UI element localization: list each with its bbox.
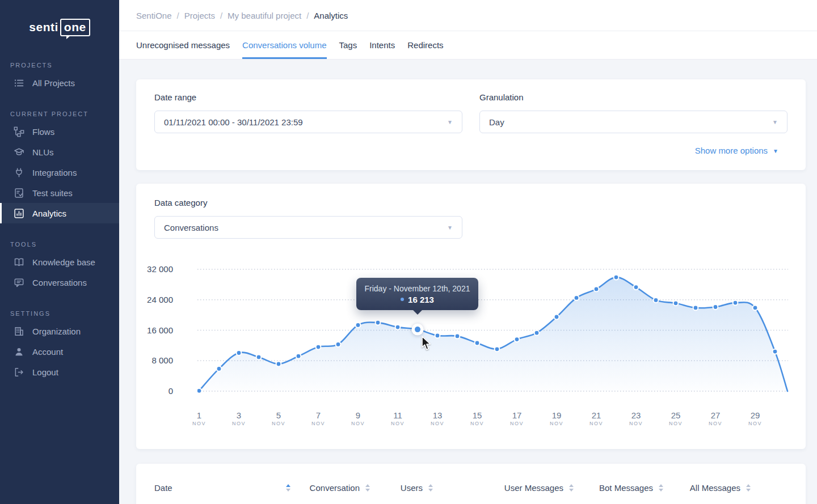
data-point xyxy=(376,320,381,325)
logo-speech-tail xyxy=(66,35,71,39)
table-card: DateConversationUsersUser MessagesBot Me… xyxy=(136,464,806,504)
data-point xyxy=(534,331,540,336)
integrations-icon xyxy=(14,167,24,178)
sidebar-item-label: Conversations xyxy=(32,278,87,287)
sidebar-item-conversations[interactable]: Conversations xyxy=(0,272,119,293)
data-point xyxy=(594,287,599,292)
tick-month: NOV xyxy=(696,421,735,426)
data-point xyxy=(475,341,480,346)
data-point xyxy=(515,337,520,342)
test-suites-icon xyxy=(14,188,24,198)
sidebar-item-flows[interactable]: Flows xyxy=(0,121,119,142)
tab-tags[interactable]: Tags xyxy=(339,31,357,59)
tick-month: NOV xyxy=(537,421,576,426)
data-point xyxy=(554,315,559,320)
show-more-options-link[interactable]: Show more options ▼ xyxy=(695,146,778,155)
data-point xyxy=(495,346,500,351)
breadcrumb-item-projects[interactable]: Projects xyxy=(184,11,215,20)
data-point xyxy=(217,366,222,371)
sidebar-section-settings: SETTINGSOrganizationAccountLogout xyxy=(0,306,119,382)
column-header-date[interactable]: Date xyxy=(154,483,290,493)
sort-icon[interactable] xyxy=(746,484,751,492)
date-range-label: Date range xyxy=(154,92,196,102)
sidebar-item-label: Logout xyxy=(32,367,58,377)
tick-month: NOV xyxy=(219,421,259,426)
sidebar-item-test-suites[interactable]: Test suites xyxy=(0,183,119,203)
column-header-all-messages[interactable]: All Messages xyxy=(663,483,751,493)
data-point xyxy=(336,342,341,347)
tick-month: NOV xyxy=(378,421,418,426)
sidebar: sentione PROJECTSAll ProjectsCURRENT PRO… xyxy=(0,0,119,504)
x-axis-tick-label: 9NOV xyxy=(338,410,378,426)
column-header-user-messages[interactable]: User Messages xyxy=(433,483,574,493)
x-axis-tick-label: 23NOV xyxy=(616,410,656,426)
breadcrumb-item-my-beautiful-project[interactable]: My beautiful project xyxy=(228,11,301,20)
sidebar-section-tools: TOOLSKnowledge baseConversations xyxy=(0,237,119,293)
chevron-down-icon: ▼ xyxy=(773,147,778,154)
sidebar-item-knowledge-base[interactable]: Knowledge base xyxy=(0,252,119,272)
tick-day: 3 xyxy=(219,410,259,420)
data-point xyxy=(276,362,281,367)
sidebar-item-label: Test suites xyxy=(32,188,73,198)
tick-month: NOV xyxy=(576,421,616,426)
breadcrumb-item-sentione[interactable]: SentiOne xyxy=(136,11,172,20)
tab-intents[interactable]: Intents xyxy=(369,31,395,59)
sort-icon[interactable] xyxy=(365,484,370,492)
x-axis-tick-label: 25NOV xyxy=(656,410,696,426)
y-axis-tick-label: 24 000 xyxy=(136,295,173,304)
tick-month: NOV xyxy=(338,421,378,426)
tabs: Unrecognised messagesConversations volum… xyxy=(136,31,456,59)
sort-icon[interactable] xyxy=(659,484,663,492)
sidebar-item-analytics[interactable]: Analytics xyxy=(0,203,119,223)
conversations-volume-chart: 08 00016 00024 00032 000 1NOV3NOV5NOV7NO… xyxy=(136,184,806,449)
table-header-row: DateConversationUsersUser MessagesBot Me… xyxy=(136,477,806,498)
chart-card: Data category Conversations ▼ 08 00016 0… xyxy=(136,184,806,449)
tab-redirects[interactable]: Redirects xyxy=(407,31,443,59)
column-header-conversation[interactable]: Conversation xyxy=(290,483,370,493)
date-range-select[interactable]: 01/11/2021 00:00 - 30/11/2021 23:59 ▼ xyxy=(154,111,462,133)
sentione-logo[interactable]: sentione xyxy=(0,0,119,54)
tooltip-value: 16 213 xyxy=(408,295,434,304)
tab-unrecognised-messages[interactable]: Unrecognised messages xyxy=(136,31,230,59)
area-fill xyxy=(199,277,787,391)
sort-icon[interactable] xyxy=(286,484,290,492)
sort-icon[interactable] xyxy=(428,484,433,492)
main-area: SentiOne/Projects/My beautiful project/A… xyxy=(119,0,817,504)
line-chart-plot[interactable] xyxy=(197,264,789,397)
data-point xyxy=(256,355,262,360)
sidebar-section-header: CURRENT PROJECT xyxy=(0,107,119,121)
tick-day: 7 xyxy=(298,410,338,420)
sort-icon[interactable] xyxy=(569,484,574,492)
column-header-bot-messages[interactable]: Bot Messages xyxy=(574,483,663,493)
tick-month: NOV xyxy=(418,421,457,426)
data-point xyxy=(773,349,778,354)
tick-day: 15 xyxy=(457,410,497,420)
sidebar-item-nlus[interactable]: NLUs xyxy=(0,142,119,162)
tick-day: 9 xyxy=(338,410,378,420)
column-label: All Messages xyxy=(690,483,740,493)
data-point xyxy=(654,298,659,303)
sidebar-item-integrations[interactable]: Integrations xyxy=(0,162,119,183)
tick-month: NOV xyxy=(616,421,656,426)
sidebar-item-label: Knowledge base xyxy=(32,257,95,267)
sidebar-item-all-projects[interactable]: All Projects xyxy=(0,73,119,93)
sidebar-item-account[interactable]: Account xyxy=(0,341,119,362)
tab-bar: Unrecognised messagesConversations volum… xyxy=(119,31,817,60)
x-axis-tick-label: 29NOV xyxy=(735,410,775,426)
column-header-users[interactable]: Users xyxy=(370,483,433,493)
sidebar-nav: PROJECTSAll ProjectsCURRENT PROJECTFlows… xyxy=(0,58,119,382)
chevron-down-icon: ▼ xyxy=(447,119,453,125)
sidebar-item-organization[interactable]: Organization xyxy=(0,321,119,341)
granulation-select[interactable]: Day ▼ xyxy=(479,111,787,133)
tick-day: 5 xyxy=(259,410,298,420)
column-label: Conversation xyxy=(310,483,360,493)
x-axis-tick-label: 19NOV xyxy=(537,410,576,426)
tab-conversations-volume[interactable]: Conversations volume xyxy=(242,31,326,59)
data-point xyxy=(614,275,619,280)
content: Date range 01/11/2021 00:00 - 30/11/2021… xyxy=(119,60,817,504)
sidebar-section-projects: PROJECTSAll Projects xyxy=(0,58,119,93)
data-point xyxy=(435,333,440,338)
tick-month: NOV xyxy=(259,421,298,426)
sidebar-item-logout[interactable]: Logout xyxy=(0,362,119,382)
tick-month: NOV xyxy=(298,421,338,426)
